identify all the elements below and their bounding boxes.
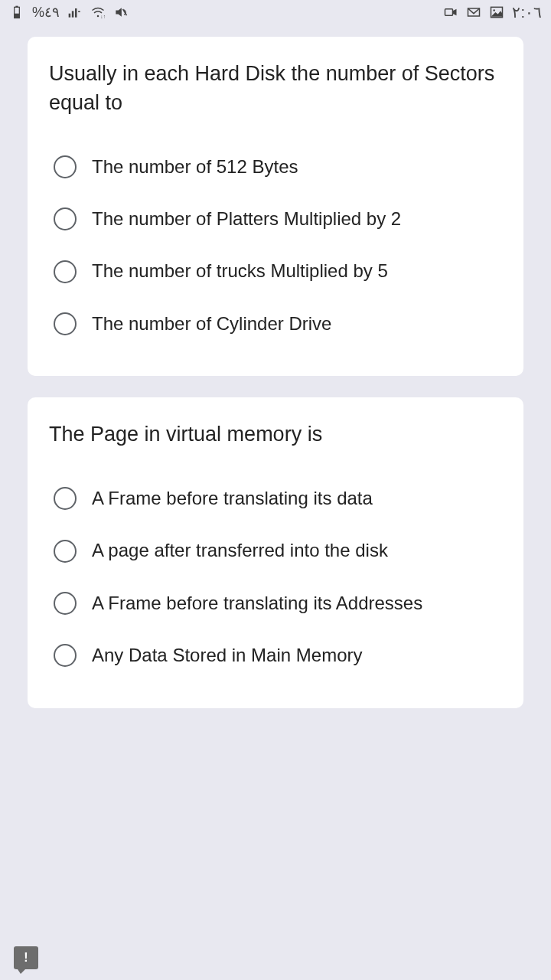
option-row[interactable]: A Frame before translating its Addresses (49, 577, 502, 629)
exclamation-icon: ! (24, 951, 28, 965)
radio-icon[interactable] (54, 155, 77, 178)
report-problem-button[interactable]: ! (14, 946, 38, 969)
radio-icon[interactable] (54, 540, 77, 563)
status-right: ٢:٠٦ (443, 3, 542, 21)
question-card-1: Usually in each Hard Disk the number of … (28, 37, 523, 376)
svg-text:↓↑: ↓↑ (100, 14, 106, 19)
status-left: ٤٩% ↓↑ (9, 4, 129, 21)
radio-icon[interactable] (54, 592, 77, 615)
battery-icon (9, 5, 24, 20)
svg-rect-5 (75, 8, 77, 18)
svg-rect-3 (69, 14, 71, 18)
option-row[interactable]: A Frame before translating its data (49, 472, 502, 524)
svg-point-13 (494, 9, 496, 11)
option-row[interactable]: The number of 512 Bytes (49, 141, 502, 193)
image-icon (489, 5, 504, 20)
form-content: Usually in each Hard Disk the number of … (0, 37, 551, 708)
question-card-2: The Page in virtual memory is A Frame be… (28, 397, 523, 707)
svg-point-7 (97, 15, 99, 18)
question-text-2: The Page in virtual memory is (49, 420, 502, 449)
svg-rect-6 (78, 11, 80, 12)
radio-icon[interactable] (54, 487, 77, 510)
option-label: The number of 512 Bytes (92, 155, 298, 179)
radio-icon[interactable] (54, 207, 77, 230)
status-bar: ٤٩% ↓↑ ٢:٠٦ (0, 0, 551, 24)
clock-text: ٢:٠٦ (512, 3, 542, 21)
battery-text: ٤٩% (32, 4, 60, 21)
signal-icon (67, 5, 83, 20)
svg-rect-10 (445, 9, 453, 15)
option-label: A Frame before translating its data (92, 486, 373, 511)
option-label: The number of Cylinder Drive (92, 312, 331, 336)
option-label: The number of Platters Multiplied by 2 (92, 207, 401, 231)
option-row[interactable]: Any Data Stored in Main Memory (49, 629, 502, 681)
wifi-icon: ↓↑ (90, 5, 106, 20)
option-row[interactable]: The number of Platters Multiplied by 2 (49, 193, 502, 245)
option-label: A Frame before translating its Addresses (92, 591, 422, 616)
option-row[interactable]: A page after transferred into the disk (49, 524, 502, 577)
option-row[interactable]: The number of trucks Multiplied by 5 (49, 245, 502, 297)
radio-icon[interactable] (54, 644, 77, 667)
svg-rect-4 (72, 11, 74, 17)
gmail-icon (466, 5, 481, 20)
option-label: A page after transferred into the disk (92, 538, 388, 563)
radio-icon[interactable] (54, 312, 77, 335)
option-row[interactable]: The number of Cylinder Drive (49, 298, 502, 350)
question-text-1: Usually in each Hard Disk the number of … (49, 60, 502, 118)
svg-rect-1 (15, 14, 20, 18)
option-label: The number of trucks Multiplied by 5 (92, 259, 388, 283)
mute-icon (113, 5, 129, 20)
radio-icon[interactable] (54, 260, 77, 283)
video-icon (443, 5, 458, 20)
svg-rect-2 (15, 6, 18, 8)
option-label: Any Data Stored in Main Memory (92, 643, 362, 668)
